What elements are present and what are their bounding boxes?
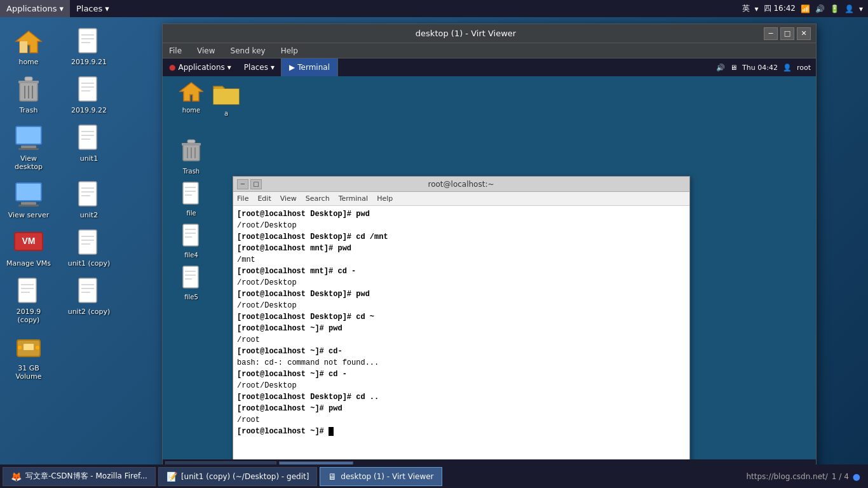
terminal-line-7: /root/Desktop: [237, 277, 686, 288]
desktop-icon-2019-copy[interactable]: 2019.9 (copy): [3, 273, 54, 327]
vm-file4-icon: [182, 223, 201, 252]
arrow-icon: ▾: [859, 4, 863, 13]
vm-file5-label: file5: [184, 294, 198, 301]
vm-icon-file4[interactable]: file4: [169, 223, 214, 259]
vm-trash-icon: [180, 139, 202, 168]
vm-display-icon: 🖥: [730, 64, 737, 72]
svg-rect-16: [16, 126, 41, 144]
vm-places-menu[interactable]: Places ▾: [238, 58, 281, 76]
vm-icon-file5[interactable]: file5: [169, 265, 214, 301]
terminal-line-10: [root@localhost Desktop]# cd ~: [237, 311, 686, 323]
svg-rect-12: [79, 77, 97, 101]
virt-viewer-controls: − □ ✕: [764, 27, 811, 40]
file-2019921-icon: [74, 26, 104, 57]
virt-maximize-button[interactable]: □: [780, 27, 794, 40]
terminal-body[interactable]: [root@localhost Desktop]# pwd /root/Desk…: [233, 206, 689, 464]
virt-close-button[interactable]: ✕: [797, 27, 811, 40]
vm-applications-menu[interactable]: ● Applications ▾: [163, 58, 238, 76]
vm-icon-file[interactable]: file: [169, 181, 214, 217]
svg-rect-50: [182, 143, 201, 146]
vm-folder-a-icon: [212, 83, 240, 110]
file-2019-copy-label: 2019.9 (copy): [6, 308, 51, 324]
terminal-titlebar: − □ root@localhost:~: [233, 177, 689, 192]
vm-icon-trash[interactable]: Trash: [169, 139, 214, 175]
home-folder-icon: [13, 26, 44, 57]
desktop-icon-unit1-copy[interactable]: unit1 (copy): [64, 225, 114, 270]
terminal-maximize-button[interactable]: □: [250, 179, 262, 189]
trash-label: Trash: [6, 106, 51, 114]
svg-rect-2: [79, 29, 97, 53]
host-taskbar-right: https://blog.csdn.net/ 1 / 4 ●: [746, 471, 865, 482]
virt-menu-view[interactable]: View: [194, 45, 217, 57]
virt-menu-help[interactable]: Help: [278, 45, 301, 57]
vm-taskbar-left: ● Applications ▾ Places ▾ ▶ Terminal: [163, 58, 338, 76]
virt-viewer-titlebar: desktop (1) - Virt Viewer − □ ✕: [163, 24, 816, 43]
svg-rect-1: [20, 41, 27, 53]
desktop-icon-unit2[interactable]: unit2: [64, 177, 114, 222]
terminal-menu-view[interactable]: View: [280, 194, 297, 203]
svg-rect-23: [16, 183, 41, 201]
desktop-icon-manage-vms[interactable]: VM Manage VMs: [3, 225, 54, 270]
desktop-icon-2019922[interactable]: 2019.9.22: [64, 72, 114, 117]
unit1-icon: [74, 123, 104, 153]
vm-terminal-tab[interactable]: ▶ Terminal: [281, 58, 338, 76]
terminal-line-8: [root@localhost Desktop]# pwd: [237, 288, 686, 300]
unit2-copy-label: unit2 (copy): [66, 308, 112, 316]
terminal-menu-file[interactable]: File: [237, 194, 248, 203]
svg-point-46: [18, 346, 22, 349]
desktop-icon-unit2-copy[interactable]: unit2 (copy): [64, 273, 114, 327]
svg-rect-51: [187, 140, 195, 143]
vm-terminal-icon: ▶: [289, 63, 295, 72]
host-btn-viewer-label: desktop (1) - Virt Viewer: [341, 472, 433, 481]
view-server-icon: [13, 179, 44, 210]
terminal-menu-help[interactable]: Help: [377, 194, 393, 203]
virt-menu-file[interactable]: File: [166, 45, 184, 57]
applications-menu[interactable]: Applications ▾: [0, 0, 70, 17]
vm-redhat-icon: ●: [169, 63, 175, 72]
desktop-icon-volume[interactable]: 31 GB Volume: [3, 330, 54, 383]
file-2019922-icon: [74, 74, 104, 105]
lang-indicator[interactable]: 英: [742, 3, 750, 14]
desktop-icon-trash[interactable]: Trash: [3, 72, 54, 117]
vm-volume-icon: 🔊: [716, 64, 725, 72]
terminal-menu-edit[interactable]: Edit: [257, 194, 271, 203]
terminal-line-12: /root: [237, 334, 686, 346]
terminal-minimize-button[interactable]: −: [237, 179, 248, 189]
virt-menu-sendkey[interactable]: Send key: [228, 45, 268, 57]
svg-rect-19: [79, 125, 97, 149]
places-menu[interactable]: Places ▾: [70, 0, 116, 17]
terminal-line-5: /mnt: [237, 254, 686, 266]
terminal-menu-search[interactable]: Search: [306, 194, 330, 203]
vm-desktop: ● Applications ▾ Places ▾ ▶ Terminal 🔊: [163, 58, 816, 464]
host-btn-firefox[interactable]: 🦊 写文章-CSDN博客 - Mozilla Firef...: [3, 467, 156, 486]
desktop-icon-2019921[interactable]: 2019.9.21: [64, 24, 114, 69]
wifi-icon: 📶: [801, 4, 810, 13]
terminal-menu-terminal[interactable]: Terminal: [339, 194, 369, 203]
view-desktop-label: View desktop: [6, 154, 51, 171]
terminal-line-17: [root@localhost Desktop]# cd ..: [237, 391, 686, 403]
host-btn-gedit[interactable]: 📝 [unit1 (copy) (~/Desktop) - gedit]: [158, 467, 317, 486]
svg-rect-26: [79, 182, 97, 206]
desktop-icon-unit1[interactable]: unit1: [64, 120, 114, 173]
svg-rect-36: [18, 278, 36, 302]
user-icon: 👤: [844, 4, 854, 13]
desktop-icon-view-server[interactable]: View server: [3, 177, 54, 222]
vm-icon-folder-a[interactable]: a: [204, 83, 248, 117]
host-btn-viewer[interactable]: 🖥 desktop (1) - Virt Viewer: [320, 467, 442, 486]
places-label: Places: [76, 4, 102, 13]
file-2019921-label: 2019.9.21: [66, 58, 112, 66]
manage-vms-label: Manage VMs: [6, 259, 51, 268]
viewer-icon: 🖥: [328, 471, 337, 482]
virt-minimize-button[interactable]: −: [764, 27, 778, 40]
unit1-copy-label: unit1 (copy): [66, 259, 112, 268]
host-url: https://blog.csdn.net/: [746, 472, 827, 481]
unit2-icon: [74, 179, 104, 210]
desktop-icon-home[interactable]: home: [3, 24, 54, 69]
vm-trash-label: Trash: [183, 168, 200, 175]
vm-user-label: root: [797, 64, 811, 72]
svg-rect-7: [18, 81, 39, 83]
desktop-icon-view-desktop[interactable]: View desktop: [3, 120, 54, 173]
terminal-menubar: File Edit View Search Terminal Help: [233, 192, 689, 206]
trash-icon: [13, 74, 44, 105]
svg-rect-8: [25, 77, 32, 81]
